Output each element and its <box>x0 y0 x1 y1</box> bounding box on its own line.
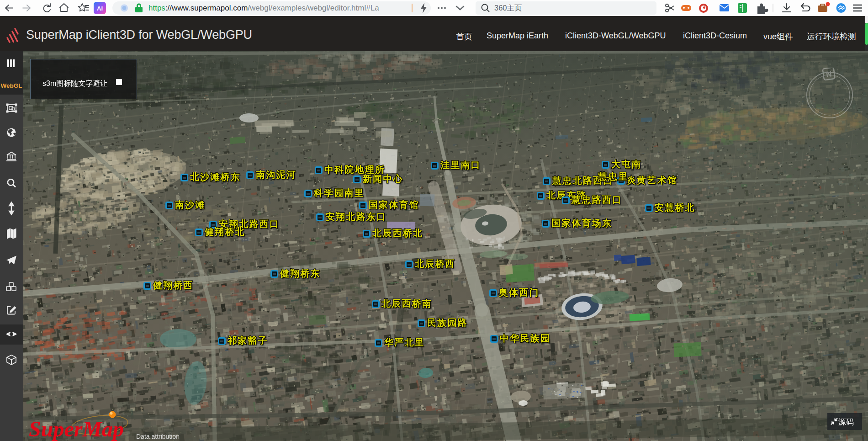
svg-text:360主页: 360主页 <box>494 4 522 12</box>
svg-text:WebGL: WebGL <box>1 82 22 89</box>
svg-text:N: N <box>826 69 832 79</box>
svg-text:https://www.supermapol.com/web: https://www.supermapol.com/webgl/example… <box>148 4 379 12</box>
svg-text:AI: AI <box>97 5 103 12</box>
